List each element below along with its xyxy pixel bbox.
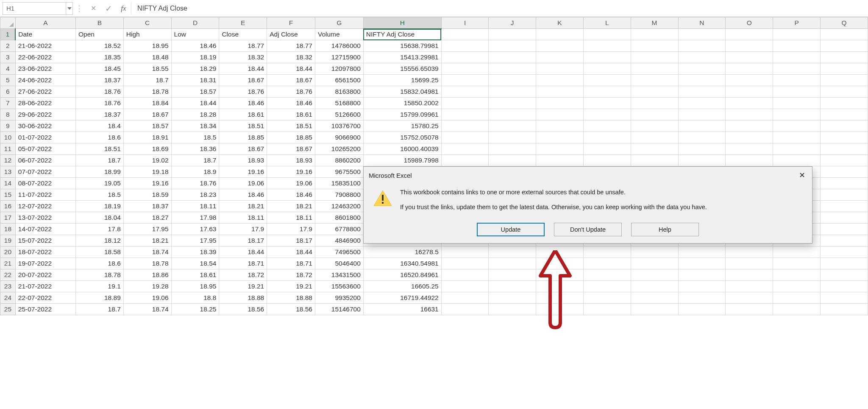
- cell-G13[interactable]: 9675500: [315, 166, 363, 178]
- cell-B2[interactable]: 18.52: [75, 40, 123, 52]
- select-all-corner[interactable]: [0, 17, 16, 29]
- cell-J22[interactable]: [489, 269, 536, 281]
- cell-B3[interactable]: 18.35: [75, 52, 123, 63]
- cell-F20[interactable]: 18.44: [267, 247, 315, 258]
- cell-F16[interactable]: 18.21: [267, 201, 315, 212]
- cell-E3[interactable]: 18.32: [219, 52, 267, 63]
- cell-A1[interactable]: Date: [15, 29, 75, 40]
- cell-D8[interactable]: 18.28: [171, 109, 219, 120]
- cell-O1[interactable]: [726, 29, 773, 40]
- row-header-13[interactable]: 13: [0, 166, 16, 178]
- col-header-Q[interactable]: Q: [820, 17, 868, 29]
- row-header-7[interactable]: 7: [0, 98, 16, 109]
- cell-F21[interactable]: 18.71: [267, 258, 315, 269]
- cell-F4[interactable]: 18.44: [267, 63, 315, 75]
- cell-A6[interactable]: 27-06-2022: [15, 86, 75, 98]
- cell-K10[interactable]: [536, 132, 584, 143]
- cell-E8[interactable]: 18.61: [219, 109, 267, 120]
- cell-H1[interactable]: NIFTY Adj Close: [363, 29, 441, 40]
- cell-F8[interactable]: 18.61: [267, 109, 315, 120]
- cell-B17[interactable]: 18.04: [75, 212, 123, 224]
- cell-B15[interactable]: 18.5: [75, 189, 123, 201]
- row-header-11[interactable]: 11: [0, 143, 16, 155]
- cell-P3[interactable]: [773, 52, 821, 63]
- cell-C22[interactable]: 18.86: [123, 269, 171, 281]
- row-header-20[interactable]: 20: [0, 247, 16, 258]
- cell-D18[interactable]: 17.63: [171, 224, 219, 235]
- row-header-2[interactable]: 2: [0, 40, 16, 52]
- cell-C4[interactable]: 18.55: [123, 63, 171, 75]
- col-header-O[interactable]: O: [726, 17, 773, 29]
- cell-D12[interactable]: 18.7: [171, 155, 219, 166]
- cell-E24[interactable]: 18.88: [219, 292, 267, 304]
- cell-Q3[interactable]: [820, 52, 868, 63]
- cell-E20[interactable]: 18.44: [219, 247, 267, 258]
- cell-D21[interactable]: 18.54: [171, 258, 219, 269]
- cell-P10[interactable]: [773, 132, 821, 143]
- cell-K3[interactable]: [536, 52, 584, 63]
- cell-J23[interactable]: [489, 281, 536, 292]
- cell-E6[interactable]: 18.76: [219, 86, 267, 98]
- cell-B9[interactable]: 18.4: [75, 120, 123, 132]
- cell-P6[interactable]: [773, 86, 821, 98]
- cell-M3[interactable]: [631, 52, 678, 63]
- cell-N10[interactable]: [678, 132, 726, 143]
- cell-M22[interactable]: [631, 269, 678, 281]
- cell-C23[interactable]: 19.28: [123, 281, 171, 292]
- cell-H6[interactable]: 15832.04981: [363, 86, 441, 98]
- cell-O22[interactable]: [726, 269, 773, 281]
- row-header-5[interactable]: 5: [0, 75, 16, 86]
- cell-I6[interactable]: [441, 86, 489, 98]
- cell-H23[interactable]: 16605.25: [363, 281, 441, 292]
- col-header-N[interactable]: N: [678, 17, 726, 29]
- cell-L22[interactable]: [583, 269, 631, 281]
- cell-L12[interactable]: [583, 155, 631, 166]
- cell-I25[interactable]: [441, 304, 489, 315]
- cell-G7[interactable]: 5168800: [315, 98, 363, 109]
- cell-B22[interactable]: 18.78: [75, 269, 123, 281]
- cell-C25[interactable]: 18.74: [123, 304, 171, 315]
- row-header-17[interactable]: 17: [0, 212, 16, 224]
- cell-B12[interactable]: 18.7: [75, 155, 123, 166]
- cell-G10[interactable]: 9066900: [315, 132, 363, 143]
- cell-C5[interactable]: 18.7: [123, 75, 171, 86]
- cell-E1[interactable]: Close: [219, 29, 267, 40]
- cell-K23[interactable]: [536, 281, 584, 292]
- cell-P20[interactable]: [773, 247, 821, 258]
- cell-M6[interactable]: [631, 86, 678, 98]
- cell-N12[interactable]: [678, 155, 726, 166]
- cell-F11[interactable]: 18.67: [267, 143, 315, 155]
- cell-C12[interactable]: 19.02: [123, 155, 171, 166]
- cell-L1[interactable]: [583, 29, 631, 40]
- cell-J6[interactable]: [489, 86, 536, 98]
- cell-C6[interactable]: 18.78: [123, 86, 171, 98]
- cell-F1[interactable]: Adj Close: [267, 29, 315, 40]
- cell-K4[interactable]: [536, 63, 584, 75]
- row-header-22[interactable]: 22: [0, 269, 16, 281]
- cell-D25[interactable]: 18.25: [171, 304, 219, 315]
- row-header-12[interactable]: 12: [0, 155, 16, 166]
- cell-B16[interactable]: 18.19: [75, 201, 123, 212]
- cell-F19[interactable]: 18.17: [267, 235, 315, 247]
- cell-C3[interactable]: 18.48: [123, 52, 171, 63]
- cell-F9[interactable]: 18.51: [267, 120, 315, 132]
- col-header-E[interactable]: E: [219, 17, 267, 29]
- cell-I8[interactable]: [441, 109, 489, 120]
- cell-Q6[interactable]: [820, 86, 868, 98]
- cell-B7[interactable]: 18.76: [75, 98, 123, 109]
- cell-K1[interactable]: [536, 29, 584, 40]
- cell-J10[interactable]: [489, 132, 536, 143]
- cell-E11[interactable]: 18.67: [219, 143, 267, 155]
- cell-N4[interactable]: [678, 63, 726, 75]
- cell-B8[interactable]: 18.37: [75, 109, 123, 120]
- cell-O2[interactable]: [726, 40, 773, 52]
- row-header-8[interactable]: 8: [0, 109, 16, 120]
- cell-L9[interactable]: [583, 120, 631, 132]
- cell-Q9[interactable]: [820, 120, 868, 132]
- cell-P24[interactable]: [773, 292, 821, 304]
- cell-A9[interactable]: 30-06-2022: [15, 120, 75, 132]
- cell-F15[interactable]: 18.46: [267, 189, 315, 201]
- cell-G16[interactable]: 12463200: [315, 201, 363, 212]
- cell-H21[interactable]: 16340.54981: [363, 258, 441, 269]
- cell-E17[interactable]: 18.11: [219, 212, 267, 224]
